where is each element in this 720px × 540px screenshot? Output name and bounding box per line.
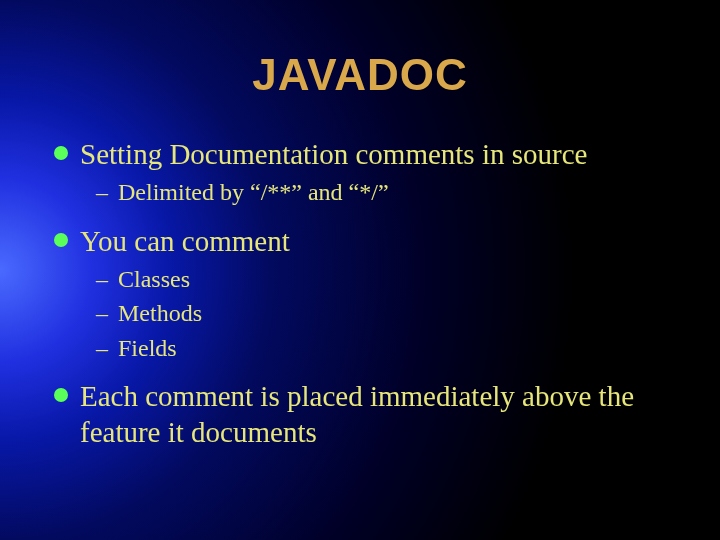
bullet-group: You can comment – Classes – Methods – Fi…	[54, 223, 680, 364]
bullet-level1: Setting Documentation comments in source	[54, 136, 680, 172]
bullet-group: Each comment is placed immediately above…	[54, 378, 680, 451]
bullet-dot-icon	[54, 146, 68, 160]
slide: JAVADOC Setting Documentation comments i…	[0, 0, 720, 540]
bullet-text: Each comment is placed immediately above…	[80, 378, 680, 451]
bullet-dash-icon: –	[96, 176, 108, 208]
bullet-level1: Each comment is placed immediately above…	[54, 378, 680, 451]
bullet-level2: – Delimited by “/**” and “*/”	[96, 176, 680, 208]
bullet-text: Classes	[118, 263, 190, 295]
bullet-level2: – Classes	[96, 263, 680, 295]
slide-title: JAVADOC	[40, 50, 680, 100]
bullet-dash-icon: –	[96, 332, 108, 364]
bullet-text: Setting Documentation comments in source	[80, 136, 587, 172]
bullet-level1: You can comment	[54, 223, 680, 259]
bullet-text: Fields	[118, 332, 177, 364]
bullet-group: Setting Documentation comments in source…	[54, 136, 680, 209]
bullet-dash-icon: –	[96, 263, 108, 295]
slide-content: Setting Documentation comments in source…	[40, 136, 680, 451]
bullet-text: You can comment	[80, 223, 290, 259]
bullet-level2: – Fields	[96, 332, 680, 364]
bullet-dash-icon: –	[96, 297, 108, 329]
bullet-dot-icon	[54, 233, 68, 247]
bullet-level2: – Methods	[96, 297, 680, 329]
bullet-dot-icon	[54, 388, 68, 402]
bullet-text: Methods	[118, 297, 202, 329]
bullet-text: Delimited by “/**” and “*/”	[118, 176, 389, 208]
